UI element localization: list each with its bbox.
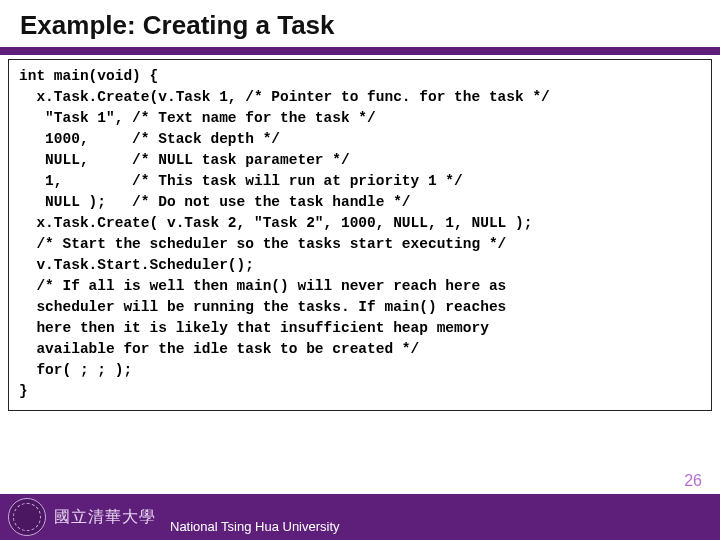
footer-bar: 國立清華大學 National Tsing Hua University xyxy=(0,494,720,540)
footer-text: National Tsing Hua University xyxy=(170,519,340,534)
page-number: 26 xyxy=(684,472,702,490)
title-divider-bar xyxy=(0,47,720,55)
slide-title: Example: Creating a Task xyxy=(20,10,700,41)
footer-calligraphy: 國立清華大學 xyxy=(54,507,156,528)
code-block: int main(void) { x.Task.Create(v.Task 1,… xyxy=(8,59,712,411)
title-area: Example: Creating a Task xyxy=(0,0,720,47)
university-logo-icon xyxy=(8,498,46,536)
